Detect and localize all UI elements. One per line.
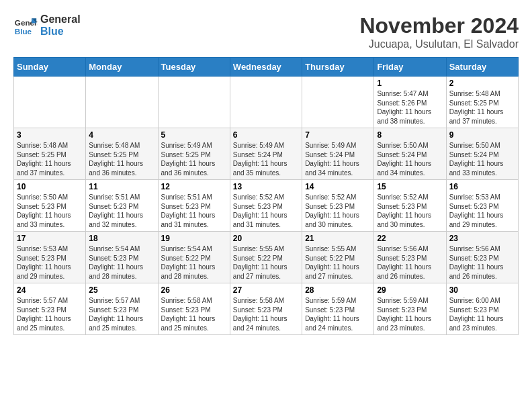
day-info: Sunrise: 5:52 AM Sunset: 5:23 PM Dayligh… [233,193,299,229]
day-number: 15 [377,182,443,191]
day-cell: 26Sunrise: 5:58 AM Sunset: 5:23 PM Dayli… [158,283,230,335]
day-number: 23 [449,234,515,243]
day-cell: 30Sunrise: 6:00 AM Sunset: 5:23 PM Dayli… [446,283,518,335]
day-info: Sunrise: 5:53 AM Sunset: 5:23 PM Dayligh… [17,244,83,281]
day-number: 28 [305,285,371,295]
day-cell: 12Sunrise: 5:51 AM Sunset: 5:23 PM Dayli… [158,180,230,232]
day-number: 3 [17,130,83,140]
day-cell: 6Sunrise: 5:49 AM Sunset: 5:24 PM Daylig… [230,128,302,180]
day-cell: 17Sunrise: 5:53 AM Sunset: 5:23 PM Dayli… [14,232,86,283]
day-cell: 2Sunrise: 5:48 AM Sunset: 5:25 PM Daylig… [446,77,518,128]
day-info: Sunrise: 5:50 AM Sunset: 5:24 PM Dayligh… [377,141,443,177]
week-row-4: 17Sunrise: 5:53 AM Sunset: 5:23 PM Dayli… [14,232,519,283]
day-number: 10 [17,182,83,191]
svg-text:Blue: Blue [15,27,32,36]
day-info: Sunrise: 5:49 AM Sunset: 5:24 PM Dayligh… [305,141,371,177]
day-number: 29 [377,285,443,295]
day-number: 27 [233,285,299,295]
day-number: 13 [233,182,299,191]
day-info: Sunrise: 5:48 AM Sunset: 5:25 PM Dayligh… [449,89,515,126]
week-row-1: 1Sunrise: 5:47 AM Sunset: 5:26 PM Daylig… [14,77,519,128]
logo-line2: Blue [40,26,81,38]
day-number: 24 [17,285,83,295]
day-info: Sunrise: 5:55 AM Sunset: 5:22 PM Dayligh… [233,244,299,281]
logo-line1: General [40,13,81,26]
day-cell [230,77,302,128]
day-info: Sunrise: 5:56 AM Sunset: 5:23 PM Dayligh… [449,244,515,281]
day-number: 11 [89,182,154,191]
day-cell [158,77,230,128]
day-number: 14 [305,182,371,191]
day-info: Sunrise: 5:51 AM Sunset: 5:23 PM Dayligh… [89,193,154,229]
day-info: Sunrise: 5:48 AM Sunset: 5:25 PM Dayligh… [17,141,83,177]
day-info: Sunrise: 5:47 AM Sunset: 5:26 PM Dayligh… [377,89,443,126]
header: General Blue General Blue November 2024 … [13,13,519,50]
weekday-header-friday: Friday [374,58,446,77]
calendar: SundayMondayTuesdayWednesdayThursdayFrid… [13,57,519,335]
weekday-header-tuesday: Tuesday [158,58,230,77]
day-info: Sunrise: 5:57 AM Sunset: 5:23 PM Dayligh… [89,296,154,332]
week-row-5: 24Sunrise: 5:57 AM Sunset: 5:23 PM Dayli… [14,283,519,335]
day-cell: 25Sunrise: 5:57 AM Sunset: 5:23 PM Dayli… [86,283,158,335]
day-number: 21 [305,234,371,243]
day-info: Sunrise: 5:52 AM Sunset: 5:23 PM Dayligh… [377,193,443,229]
day-cell: 8Sunrise: 5:50 AM Sunset: 5:24 PM Daylig… [374,128,446,180]
weekday-header-monday: Monday [86,58,158,77]
day-number: 20 [233,234,299,243]
day-number: 18 [89,234,154,243]
day-cell: 24Sunrise: 5:57 AM Sunset: 5:23 PM Dayli… [14,283,86,335]
day-cell: 18Sunrise: 5:54 AM Sunset: 5:23 PM Dayli… [86,232,158,283]
day-info: Sunrise: 5:50 AM Sunset: 5:24 PM Dayligh… [449,141,515,177]
day-info: Sunrise: 5:56 AM Sunset: 5:23 PM Dayligh… [377,244,443,281]
day-cell: 21Sunrise: 5:55 AM Sunset: 5:22 PM Dayli… [302,232,374,283]
day-cell: 13Sunrise: 5:52 AM Sunset: 5:23 PM Dayli… [230,180,302,232]
day-number: 4 [89,130,154,140]
day-number: 12 [161,182,227,191]
day-info: Sunrise: 5:49 AM Sunset: 5:24 PM Dayligh… [233,141,299,177]
day-info: Sunrise: 5:58 AM Sunset: 5:23 PM Dayligh… [161,296,227,332]
day-number: 5 [161,130,227,140]
day-cell: 9Sunrise: 5:50 AM Sunset: 5:24 PM Daylig… [446,128,518,180]
day-number: 16 [449,182,515,191]
day-cell: 4Sunrise: 5:48 AM Sunset: 5:25 PM Daylig… [86,128,158,180]
title-area: November 2024 Jucuapa, Usulutan, El Salv… [359,13,519,50]
weekday-header-wednesday: Wednesday [230,58,302,77]
day-info: Sunrise: 5:59 AM Sunset: 5:23 PM Dayligh… [305,296,371,332]
day-info: Sunrise: 5:53 AM Sunset: 5:23 PM Dayligh… [449,193,515,229]
day-cell: 5Sunrise: 5:49 AM Sunset: 5:25 PM Daylig… [158,128,230,180]
day-number: 9 [449,130,515,140]
day-info: Sunrise: 5:55 AM Sunset: 5:22 PM Dayligh… [305,244,371,281]
day-cell: 3Sunrise: 5:48 AM Sunset: 5:25 PM Daylig… [14,128,86,180]
day-info: Sunrise: 5:48 AM Sunset: 5:25 PM Dayligh… [89,141,154,177]
day-number: 30 [449,285,515,295]
day-cell: 20Sunrise: 5:55 AM Sunset: 5:22 PM Dayli… [230,232,302,283]
day-cell: 11Sunrise: 5:51 AM Sunset: 5:23 PM Dayli… [86,180,158,232]
day-info: Sunrise: 5:51 AM Sunset: 5:23 PM Dayligh… [161,193,227,229]
day-number: 6 [233,130,299,140]
day-cell: 23Sunrise: 5:56 AM Sunset: 5:23 PM Dayli… [446,232,518,283]
day-number: 7 [305,130,371,140]
day-info: Sunrise: 5:59 AM Sunset: 5:23 PM Dayligh… [377,296,443,332]
day-info: Sunrise: 5:57 AM Sunset: 5:23 PM Dayligh… [17,296,83,332]
day-cell: 28Sunrise: 5:59 AM Sunset: 5:23 PM Dayli… [302,283,374,335]
day-info: Sunrise: 5:49 AM Sunset: 5:25 PM Dayligh… [161,141,227,177]
day-cell [14,77,86,128]
day-number: 17 [17,234,83,243]
day-info: Sunrise: 5:50 AM Sunset: 5:23 PM Dayligh… [17,193,83,229]
day-cell: 14Sunrise: 5:52 AM Sunset: 5:23 PM Dayli… [302,180,374,232]
day-number: 22 [377,234,443,243]
day-cell: 29Sunrise: 5:59 AM Sunset: 5:23 PM Dayli… [374,283,446,335]
day-info: Sunrise: 5:54 AM Sunset: 5:22 PM Dayligh… [161,244,227,281]
month-title: November 2024 [359,13,519,38]
weekday-header-row: SundayMondayTuesdayWednesdayThursdayFrid… [14,58,519,77]
location-title: Jucuapa, Usulutan, El Salvador [359,38,519,50]
day-cell: 7Sunrise: 5:49 AM Sunset: 5:24 PM Daylig… [302,128,374,180]
weekday-header-saturday: Saturday [446,58,518,77]
day-cell: 22Sunrise: 5:56 AM Sunset: 5:23 PM Dayli… [374,232,446,283]
day-cell: 16Sunrise: 5:53 AM Sunset: 5:23 PM Dayli… [446,180,518,232]
weekday-header-thursday: Thursday [302,58,374,77]
day-number: 8 [377,130,443,140]
day-info: Sunrise: 5:58 AM Sunset: 5:23 PM Dayligh… [233,296,299,332]
logo: General Blue General Blue [13,13,81,38]
day-info: Sunrise: 5:54 AM Sunset: 5:23 PM Dayligh… [89,244,154,281]
